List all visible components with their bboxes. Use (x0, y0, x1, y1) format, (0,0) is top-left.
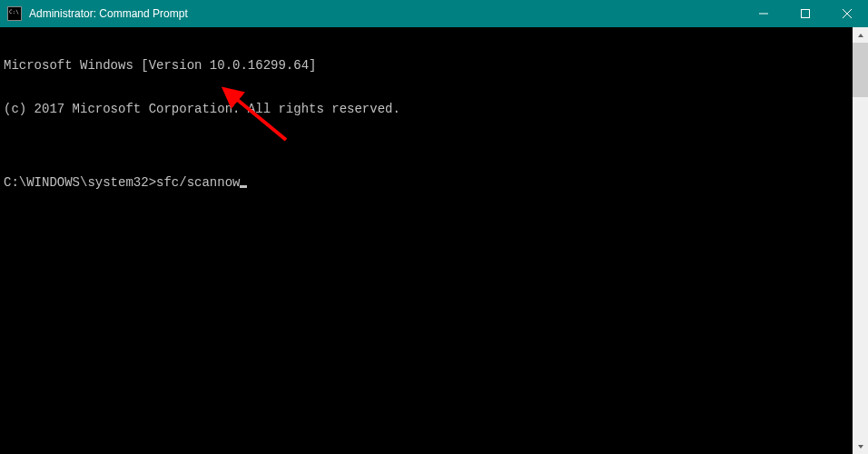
minimize-button[interactable] (743, 0, 784, 27)
terminal[interactable]: Microsoft Windows [Version 10.0.16299.64… (0, 27, 853, 454)
scroll-up-button[interactable] (853, 27, 868, 43)
titlebar[interactable]: Administrator: Command Prompt (0, 0, 868, 27)
chevron-up-icon (857, 32, 864, 39)
terminal-output-line: Microsoft Windows [Version 10.0.16299.64… (4, 58, 849, 73)
window-controls (743, 0, 868, 27)
minimize-icon (759, 9, 768, 18)
terminal-output-line: (c) 2017 Microsoft Corporation. All righ… (4, 102, 849, 116)
cmd-window: Administrator: Command Prompt Microsoft … (0, 0, 868, 454)
close-button[interactable] (826, 0, 868, 27)
vertical-scrollbar[interactable] (853, 27, 868, 454)
close-icon (843, 9, 852, 18)
scrollbar-track[interactable] (853, 43, 868, 439)
client-area: Microsoft Windows [Version 10.0.16299.64… (0, 27, 868, 454)
chevron-down-icon (857, 443, 864, 450)
terminal-prompt: C:\WINDOWS\system32> (4, 175, 156, 190)
scroll-down-button[interactable] (853, 439, 868, 454)
window-title: Administrator: Command Prompt (27, 7, 743, 20)
maximize-button[interactable] (784, 0, 826, 27)
terminal-command[interactable]: sfc/scannow (156, 175, 240, 190)
maximize-icon (801, 9, 810, 18)
svg-rect-1 (802, 10, 810, 18)
svg-marker-6 (858, 34, 863, 37)
svg-marker-7 (858, 445, 863, 449)
scrollbar-thumb[interactable] (853, 43, 868, 97)
terminal-prompt-line: C:\WINDOWS\system32>sfc/scannow (4, 175, 849, 190)
terminal-cursor (240, 185, 247, 188)
cmd-icon (7, 6, 22, 21)
